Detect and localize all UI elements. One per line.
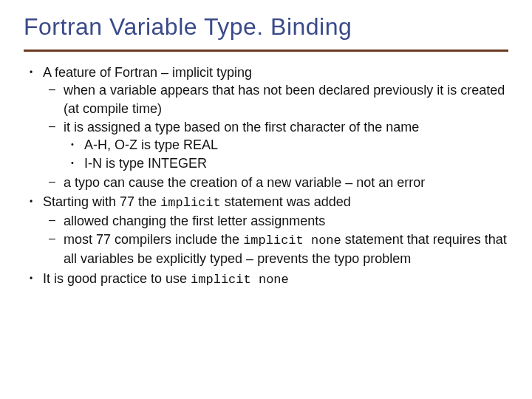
bullet-1-sub-3: a typo can cause the creation of a new v… bbox=[43, 174, 508, 191]
bullet-2-code: implicit bbox=[160, 196, 221, 210]
bullet-1-sub-1: when a variable appears that has not bee… bbox=[43, 81, 508, 117]
bullet-3: It is good practice to use implicit none bbox=[25, 270, 508, 289]
bullet-1-sub-2-a: A-H, O-Z is type REAL bbox=[64, 136, 508, 154]
bullet-list: A feature of Fortran – implicit typing w… bbox=[25, 64, 508, 288]
bullet-2-pre: Starting with 77 the bbox=[43, 194, 160, 209]
bullet-1-sub: when a variable appears that has not bee… bbox=[43, 81, 508, 191]
bullet-2-sub-2-code: implicit none bbox=[243, 233, 341, 248]
bullet-2-sub: allowed changing the first letter assign… bbox=[43, 212, 508, 268]
bullet-2-sub-1: allowed changing the first letter assign… bbox=[43, 212, 508, 230]
bullet-2: Starting with 77 the implicit statement … bbox=[25, 193, 508, 267]
bullet-2-sub-2-pre: most 77 compilers include the bbox=[64, 232, 243, 247]
bullet-1-sub-2: it is assigned a type based on the first… bbox=[43, 118, 508, 173]
slide: Fortran Variable Type. Binding A feature… bbox=[0, 0, 532, 303]
bullet-1-text: A feature of Fortran – implicit typing bbox=[43, 65, 252, 80]
bullet-2-sub-2: most 77 compilers include the implicit n… bbox=[43, 231, 508, 267]
bullet-3-pre: It is good practice to use bbox=[43, 271, 191, 286]
bullet-1-sub-2-b: I-N is type INTEGER bbox=[64, 154, 508, 172]
page-title: Fortran Variable Type. Binding bbox=[24, 13, 508, 41]
bullet-1: A feature of Fortran – implicit typing w… bbox=[25, 64, 508, 191]
bullet-2-post: statement was added bbox=[221, 194, 351, 209]
bullet-1-sub-2-text: it is assigned a type based on the first… bbox=[64, 120, 419, 134]
bullet-1-sub-2-sub: A-H, O-Z is type REAL I-N is type INTEGE… bbox=[64, 136, 508, 173]
slide-content: A feature of Fortran – implicit typing w… bbox=[24, 64, 508, 288]
bullet-3-code: implicit none bbox=[191, 273, 289, 287]
title-rule bbox=[24, 50, 508, 52]
